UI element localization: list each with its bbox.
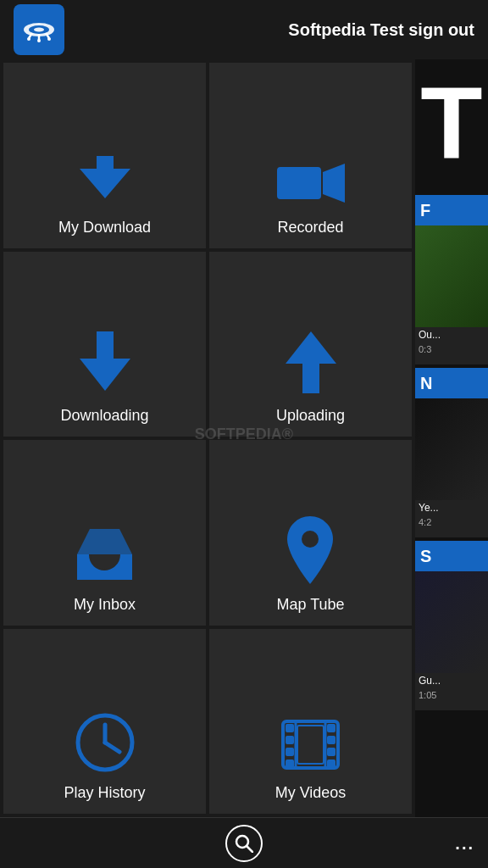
svg-line-20 [105,743,119,752]
more-button[interactable]: ... [455,833,474,853]
svg-point-6 [27,37,30,41]
sidebar: T F Ou... 0:3 N Ye... 4:2 [415,59,488,817]
svg-marker-9 [80,169,130,198]
bottom-bar: ... [0,817,488,868]
sidebar-item-1-title: Ou... [415,327,488,342]
tile-recorded[interactable]: Recorded [209,63,412,248]
svg-rect-22 [286,724,294,732]
svg-point-17 [302,531,319,548]
tile-map-tube-label: Map Tube [276,596,344,614]
tile-my-inbox-label: My Inbox [74,596,136,614]
header-title: Softpedia Test sign out [288,20,474,40]
sidebar-item-1-thumb [415,225,488,327]
sidebar-item-1[interactable]: F Ou... 0:3 [415,195,488,364]
inbox-icon [73,529,136,587]
svg-rect-16 [302,361,319,393]
svg-point-2 [34,28,44,32]
svg-rect-28 [327,748,336,756]
app-logo[interactable] [14,4,64,55]
svg-point-8 [37,39,41,42]
sidebar-item-1-duration: 0:3 [415,342,488,356]
tile-uploading-label: Uploading [276,407,345,425]
svg-rect-24 [286,748,294,756]
svg-rect-26 [327,724,336,732]
search-button[interactable] [225,825,263,862]
sidebar-item-3-duration: 1:05 [415,688,488,702]
sidebar-item-2-duration: 4:2 [415,515,488,529]
tile-my-inbox[interactable]: My Inbox [3,440,206,626]
uploading-icon [281,331,341,398]
sidebar-item-2-letter: N [420,374,432,393]
sidebar-top-letter: T [420,72,482,174]
sidebar-item-1-bar: F [415,195,488,225]
sidebar-item-3[interactable]: S Gu... 1:05 [415,541,488,710]
sidebar-item-2-thumb [415,398,488,500]
sidebar-item-2-bar: N [415,368,488,398]
tile-map-tube[interactable]: Map Tube [209,440,412,626]
svg-marker-14 [80,359,130,391]
main-content: My Download Recorded Downloading [0,59,488,817]
svg-rect-32 [297,726,324,764]
tile-grid: My Download Recorded Downloading [0,59,415,817]
sidebar-top: T [415,59,488,195]
header: Softpedia Test sign out [0,0,488,59]
sidebar-item-3-bar: S [415,541,488,571]
tile-recorded-label: Recorded [277,219,343,236]
svg-rect-23 [286,736,294,744]
sidebar-item-3-thumb [415,571,488,673]
map-pin-icon [287,516,334,587]
svg-point-7 [47,37,51,41]
sidebar-item-2[interactable]: N Ye... 4:2 [415,368,488,537]
svg-marker-12 [323,164,345,203]
tile-play-history[interactable]: Play History [3,629,206,815]
svg-line-34 [247,846,252,852]
video-camera-icon [277,160,345,210]
sidebar-item-3-letter: S [420,547,431,566]
sidebar-item-1-letter: F [420,201,430,220]
downloading-icon [75,331,135,398]
svg-rect-27 [327,736,336,744]
film-icon [279,717,342,776]
svg-marker-15 [286,331,336,364]
clock-icon [75,713,135,776]
svg-rect-29 [327,760,336,768]
download-icon [75,156,135,210]
svg-rect-11 [277,167,321,199]
tile-uploading[interactable]: Uploading [209,252,412,437]
sidebar-item-3-title: Gu... [415,673,488,688]
tile-downloading[interactable]: Downloading [3,252,206,437]
svg-rect-10 [97,156,114,173]
tile-downloading-label: Downloading [60,407,148,425]
tile-my-videos-label: My Videos [275,784,347,802]
tile-my-videos[interactable]: My Videos [209,629,412,815]
tile-play-history-label: Play History [64,784,145,802]
svg-rect-25 [286,760,294,768]
tile-my-download[interactable]: My Download [3,63,206,248]
sidebar-item-2-title: Ye... [415,500,488,515]
tile-my-download-label: My Download [58,219,151,236]
